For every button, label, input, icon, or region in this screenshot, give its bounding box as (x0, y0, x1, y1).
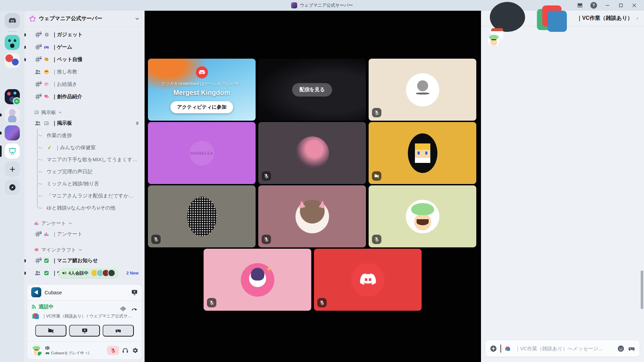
maximize-button[interactable] (618, 2, 624, 8)
lock-icon (39, 256, 42, 259)
thread-item[interactable]: ウェブ完理の声日記 (24, 166, 145, 178)
camera-off-button[interactable] (35, 325, 66, 337)
thread-item[interactable]: マニアの下手な歌をMIXしてうまくす… (24, 154, 145, 166)
channel-item[interactable]: ｜アンケート (24, 228, 145, 240)
minimize-button[interactable] (604, 2, 610, 8)
news-emoji-icon (44, 120, 49, 126)
rail-server (0, 89, 24, 104)
message-avatar[interactable] (487, 34, 500, 47)
speaker-icon (62, 270, 67, 276)
voice-call-pill[interactable]: 4人会話中 (59, 268, 118, 278)
settings-gear-button[interactable] (131, 347, 139, 354)
channel-item[interactable]: ｜ガジェット (24, 28, 145, 41)
thread-item[interactable]: ゆと雑談∪なんかやろ∪その他 (24, 202, 145, 214)
channel-item[interactable]: ｜お絵描き (24, 78, 145, 90)
voice-activity-icon[interactable] (120, 305, 126, 312)
thread-item[interactable]: 「マニアさんラジオ配信まだですか… (24, 190, 145, 202)
server-home-icon (29, 15, 36, 22)
stream-activity-icon[interactable] (131, 289, 138, 296)
thread-item[interactable]: ミックルと雑談/独り言 (24, 178, 145, 190)
participant-tile[interactable] (204, 249, 311, 311)
channel-item[interactable]: ｜マニア鯖お知らせ (24, 254, 145, 267)
server-name: ウェブマニア公式サーバー (39, 15, 102, 22)
activity-tile[interactable]: クソガキUnderfined はゲームをプレイ中：Mergest Kingdom… (148, 59, 256, 121)
headphones-button[interactable] (122, 347, 129, 354)
stream-tile[interactable]: 配信を見る (258, 59, 366, 121)
rainbow-channel-icon (504, 345, 511, 352)
mic-off-badge (262, 235, 271, 244)
participant-avatar (241, 263, 274, 297)
disconnect-call-icon[interactable] (131, 305, 138, 312)
participant-avatar (406, 200, 439, 233)
participant-avatar (351, 263, 385, 297)
participant-tile[interactable] (258, 185, 366, 247)
participant-tile[interactable] (314, 249, 422, 311)
pig-emoji-icon (34, 247, 39, 252)
chevron-down-icon (135, 16, 140, 21)
server-icon[interactable] (5, 143, 20, 159)
rail-server (0, 143, 24, 159)
server-icon[interactable] (5, 53, 20, 68)
channel-item[interactable]: ｜掲示板8 (24, 117, 145, 129)
tile-row (148, 185, 477, 247)
channel-label: ｜アンケート (52, 231, 83, 237)
participant-tile[interactable] (148, 185, 256, 247)
unread-dot (24, 58, 26, 61)
explore-servers-button[interactable] (5, 180, 20, 195)
message-input[interactable] (515, 345, 614, 352)
server-icon[interactable] (5, 125, 20, 140)
category-掲示板[interactable]: 掲示板 (24, 108, 145, 117)
signal-icon (31, 304, 37, 309)
thread-label: マニアの下手な歌をMIXしてうまくす… (47, 157, 138, 163)
chat-panel: ｜VC作業（雑談あり） (481, 11, 644, 362)
server-icon[interactable] (5, 71, 20, 86)
channel-label: ｜ガジェット (52, 32, 83, 38)
inbox-icon[interactable] (577, 2, 583, 8)
channel-item[interactable]: ｜創作品紹介 (24, 90, 145, 103)
join-activity-button[interactable]: アクティビティに参加 (170, 101, 233, 113)
channel-item[interactable]: ｜ペット自慢 (24, 53, 145, 66)
category-マインクラフト[interactable]: マインクラフト (24, 245, 145, 254)
participant-tile[interactable] (369, 122, 476, 184)
screenshare-button[interactable] (69, 325, 100, 337)
emoji-picker-icon[interactable] (617, 345, 625, 352)
camera-off-badge (372, 171, 381, 181)
thread-label: 作業の進捗 (47, 132, 72, 139)
participant-tile[interactable] (258, 122, 366, 184)
rainbow-channel-icon (31, 311, 40, 321)
video-tile[interactable]: SHABELEA (148, 122, 256, 184)
close-button[interactable] (631, 2, 637, 8)
thread-item[interactable]: ｜みんなの保健室 (24, 141, 145, 154)
voice-call-avatars (91, 269, 115, 277)
channel-item[interactable]: ｜推し布教 (24, 66, 145, 78)
rail-server (0, 125, 24, 140)
watch-stream-button[interactable]: 配信を見る (292, 83, 332, 97)
close-icon[interactable] (636, 15, 639, 22)
help-icon[interactable]: ? (590, 2, 597, 9)
activity-game-title: Mergest Kingdom (173, 89, 230, 97)
tube-emoji-icon (47, 145, 52, 150)
discord-home-button[interactable] (5, 13, 20, 28)
participant-tile[interactable] (369, 185, 476, 247)
window-title: ウェブマニア公式サーバー (300, 2, 353, 8)
mic-muted-button[interactable] (107, 346, 119, 355)
category-アンケート[interactable]: アンケート (24, 219, 145, 228)
chat-scrollbar[interactable] (641, 270, 643, 309)
rail-server (0, 35, 24, 50)
thread-item[interactable]: 作業の進捗 (24, 129, 145, 141)
participant-tile[interactable] (369, 59, 476, 121)
server-icon[interactable] (5, 35, 20, 50)
voice-channel-path[interactable]: ｜VC作業（雑談あり） / ウェブマニア公式サ… (31, 311, 132, 321)
game-activity-button[interactable] (103, 325, 134, 337)
attach-plus-icon[interactable] (490, 345, 497, 352)
user-avatar[interactable] (31, 345, 42, 356)
server-icon[interactable] (5, 89, 20, 104)
server-icon[interactable] (5, 107, 20, 122)
add-server-button[interactable] (5, 162, 20, 177)
server-header[interactable]: ウェブマニア公式サーバー (24, 11, 145, 27)
online-status-dot (37, 351, 42, 356)
channel-item[interactable]: ｜ゲーム (24, 41, 145, 53)
user-panel[interactable]: ゆ Cubaseをプレイ中 +1 (27, 341, 142, 359)
forum-icon (35, 69, 41, 75)
game-activity-icon[interactable] (628, 345, 635, 352)
